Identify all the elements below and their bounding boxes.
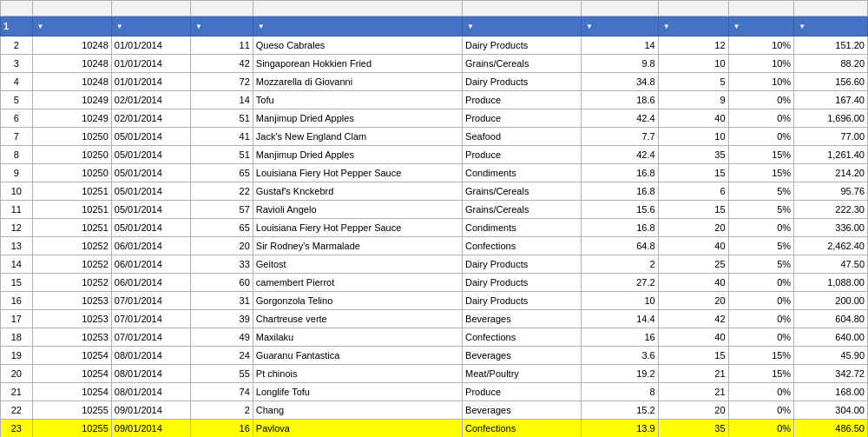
cell-orderdate[interactable]: 09/01/2014 [111, 401, 190, 420]
cell-category[interactable]: Meat/Poultry [463, 365, 582, 383]
cell-quantity[interactable]: 40 [658, 274, 728, 292]
col-header-A[interactable] [32, 1, 111, 17]
cell-quantity[interactable]: 15 [658, 201, 728, 219]
cell-total[interactable]: 604.80 [794, 310, 868, 328]
cell-orderid[interactable]: 10249 [32, 109, 111, 128]
cell-unitprice[interactable]: 9.8 [582, 55, 659, 73]
cell-productid[interactable]: 39 [191, 310, 253, 328]
cell-orderdate[interactable]: 02/01/2014 [111, 109, 190, 128]
cell-discount[interactable]: 0% [728, 383, 794, 401]
cell-product[interactable]: Pavlova [253, 420, 462, 438]
cell-productid[interactable]: 49 [191, 328, 253, 347]
cell-orderdate[interactable]: 07/01/2014 [111, 310, 190, 328]
cell-total[interactable]: 336.00 [794, 219, 868, 237]
cell-discount[interactable]: 5% [728, 237, 794, 255]
cell-total[interactable]: 47.50 [794, 255, 868, 274]
cell-total[interactable]: 304.00 [794, 401, 868, 420]
cell-orderdate[interactable]: 06/01/2014 [111, 255, 190, 274]
cell-orderdate[interactable]: 01/01/2014 [111, 55, 190, 73]
cell-orderid[interactable]: 10254 [32, 365, 111, 383]
cell-orderid[interactable]: 10248 [32, 36, 111, 55]
cell-discount[interactable]: 15% [728, 146, 794, 164]
cell-discount[interactable]: 0% [728, 91, 794, 109]
col-header-B[interactable] [111, 1, 190, 17]
cell-orderid[interactable]: 10251 [32, 182, 111, 201]
cell-quantity[interactable]: 40 [658, 109, 728, 128]
cell-category[interactable]: Condiments [463, 164, 582, 182]
cell-product[interactable]: Gorgonzola Telino [253, 292, 462, 310]
cell-discount[interactable]: 0% [728, 274, 794, 292]
cell-orderdate[interactable]: 02/01/2014 [111, 91, 190, 109]
cell-orderid[interactable]: 10248 [32, 55, 111, 73]
cell-category[interactable]: Beverages [463, 347, 582, 365]
cell-productid[interactable]: 74 [191, 383, 253, 401]
cell-orderdate[interactable]: 01/01/2014 [111, 73, 190, 91]
col-header-G[interactable] [658, 1, 728, 17]
cell-category[interactable]: Condiments [463, 219, 582, 237]
cell-orderdate[interactable]: 05/01/2014 [111, 219, 190, 237]
header-quantity[interactable]: ▼ [658, 17, 728, 36]
cell-orderdate[interactable]: 06/01/2014 [111, 237, 190, 255]
cell-total[interactable]: 1,261.40 [794, 146, 868, 164]
cell-unitprice[interactable]: 16.8 [582, 219, 659, 237]
cell-unitprice[interactable]: 10 [582, 292, 659, 310]
cell-total[interactable]: 640.00 [794, 328, 868, 347]
cell-product[interactable]: Jack's New England Clam [253, 128, 462, 146]
cell-unitprice[interactable]: 18.6 [582, 91, 659, 109]
cell-category[interactable]: Confections [463, 328, 582, 347]
cell-category[interactable]: Dairy Products [463, 255, 582, 274]
cell-category[interactable]: Dairy Products [463, 73, 582, 91]
cell-unitprice[interactable]: 15.6 [582, 201, 659, 219]
cell-product[interactable]: Singaporean Hokkien Fried [253, 55, 462, 73]
cell-quantity[interactable]: 15 [658, 164, 728, 182]
cell-discount[interactable]: 0% [728, 420, 794, 438]
cell-unitprice[interactable]: 16 [582, 328, 659, 347]
cell-productid[interactable]: 31 [191, 292, 253, 310]
filter-arrow-B[interactable]: ▼ [116, 19, 123, 35]
cell-unitprice[interactable]: 2 [582, 255, 659, 274]
cell-category[interactable]: Dairy Products [463, 292, 582, 310]
cell-unitprice[interactable]: 14 [582, 36, 659, 55]
header-discount[interactable]: ▼ [728, 17, 794, 36]
cell-unitprice[interactable]: 42.4 [582, 109, 659, 128]
cell-orderdate[interactable]: 07/01/2014 [111, 292, 190, 310]
cell-product[interactable]: Ravioli Angelo [253, 201, 462, 219]
cell-orderid[interactable]: 10255 [32, 420, 111, 438]
cell-orderid[interactable]: 10248 [32, 73, 111, 91]
cell-orderid[interactable]: 10252 [32, 274, 111, 292]
cell-quantity[interactable]: 42 [658, 310, 728, 328]
cell-total[interactable]: 200.00 [794, 292, 868, 310]
cell-productid[interactable]: 72 [191, 73, 253, 91]
cell-product[interactable]: Mozzarella di Giovanni [253, 73, 462, 91]
cell-quantity[interactable]: 5 [658, 73, 728, 91]
cell-discount[interactable]: 5% [728, 201, 794, 219]
cell-discount[interactable]: 10% [728, 73, 794, 91]
cell-productid[interactable]: 60 [191, 274, 253, 292]
cell-orderid[interactable]: 10253 [32, 310, 111, 328]
cell-discount[interactable]: 0% [728, 328, 794, 347]
cell-total[interactable]: 1,088.00 [794, 274, 868, 292]
cell-total[interactable]: 88.20 [794, 55, 868, 73]
cell-orderid[interactable]: 10253 [32, 328, 111, 347]
col-header-I[interactable] [794, 1, 868, 17]
cell-productid[interactable]: 42 [191, 55, 253, 73]
cell-unitprice[interactable]: 8 [582, 383, 659, 401]
cell-discount[interactable]: 0% [728, 292, 794, 310]
cell-orderdate[interactable]: 05/01/2014 [111, 182, 190, 201]
cell-productid[interactable]: 55 [191, 365, 253, 383]
cell-unitprice[interactable]: 3.6 [582, 347, 659, 365]
cell-productid[interactable]: 51 [191, 146, 253, 164]
cell-category[interactable]: Beverages [463, 310, 582, 328]
header-product[interactable]: ▼ [253, 17, 462, 36]
cell-orderdate[interactable]: 05/01/2014 [111, 201, 190, 219]
cell-productid[interactable]: 16 [191, 420, 253, 438]
filter-arrow-E[interactable]: ▼ [467, 19, 474, 35]
cell-product[interactable]: Manjimup Dried Apples [253, 109, 462, 128]
cell-unitprice[interactable]: 16.8 [582, 182, 659, 201]
cell-orderid[interactable]: 10250 [32, 146, 111, 164]
cell-productid[interactable]: 20 [191, 237, 253, 255]
cell-quantity[interactable]: 20 [658, 219, 728, 237]
cell-product[interactable]: Guaranu Fantastica [253, 347, 462, 365]
cell-unitprice[interactable]: 13.9 [582, 420, 659, 438]
cell-discount[interactable]: 15% [728, 347, 794, 365]
